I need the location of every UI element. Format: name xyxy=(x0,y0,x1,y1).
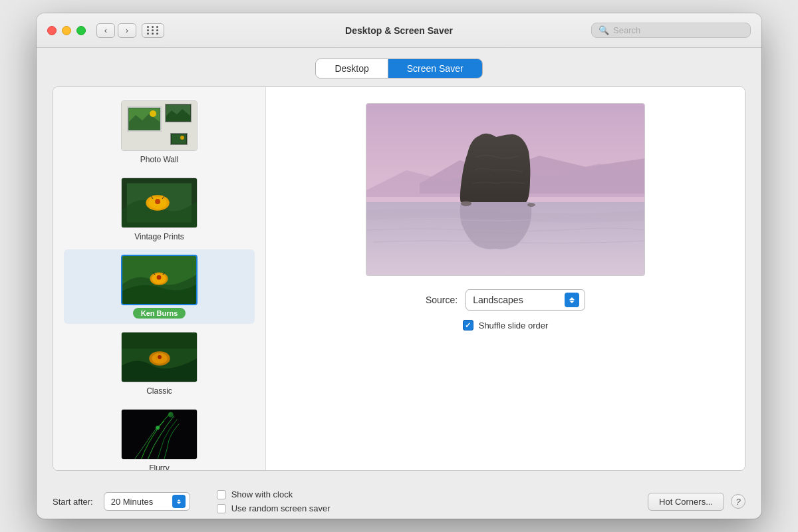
controls-area: Source: Landscapes ✓ xyxy=(282,289,729,331)
hot-corners-button[interactable]: Hot Corners... xyxy=(648,493,724,511)
screensaver-item-vintage-prints[interactable]: Vintage Prints xyxy=(64,172,255,247)
tab-group: Desktop Screen Saver xyxy=(315,59,482,78)
svg-point-22 xyxy=(158,355,162,359)
titlebar: ‹ › Desktop & Screen Saver 🔍 xyxy=(37,13,761,48)
random-saver-checkbox[interactable] xyxy=(217,504,226,513)
start-after-value: 20 Minutes xyxy=(111,497,168,507)
svg-point-25 xyxy=(168,412,174,418)
shuffle-row[interactable]: ✓ Shuffle slide order xyxy=(463,320,549,331)
traffic-lights xyxy=(47,26,86,35)
help-button[interactable]: ? xyxy=(731,494,745,509)
svg-point-29 xyxy=(527,203,535,207)
checkmark-icon: ✓ xyxy=(465,322,471,329)
photo-wall-name: Photo Wall xyxy=(140,155,179,164)
screensaver-item-ken-burns[interactable]: Ken Burns xyxy=(64,249,255,324)
ken-burns-badge: Ken Burns xyxy=(133,308,186,319)
source-row: Source: Landscapes xyxy=(426,289,585,311)
random-saver-label: Use random screen saver xyxy=(231,503,331,513)
bottom-checkboxes: Show with clock Use random screen saver xyxy=(217,489,331,513)
search-bar: 🔍 xyxy=(591,23,751,38)
classic-thumbnail xyxy=(121,332,198,382)
dropdown-arrows-icon xyxy=(172,495,186,508)
ken-burns-thumbnail xyxy=(121,255,198,305)
start-after-label: Start after: xyxy=(53,497,93,507)
minimize-button[interactable] xyxy=(62,26,71,35)
shuffle-checkbox[interactable]: ✓ xyxy=(463,320,473,331)
grid-dots-icon xyxy=(147,26,160,35)
search-icon: 🔍 xyxy=(598,25,609,35)
random-saver-row[interactable]: Use random screen saver xyxy=(217,503,331,513)
show-clock-row[interactable]: Show with clock xyxy=(217,489,331,499)
select-arrows-icon xyxy=(565,293,579,307)
right-panel: Source: Landscapes ✓ xyxy=(266,87,745,470)
svg-rect-19 xyxy=(122,332,197,349)
forward-button[interactable]: › xyxy=(118,23,136,38)
search-input[interactable] xyxy=(613,25,743,35)
svg-point-9 xyxy=(155,199,160,204)
preview-image xyxy=(366,103,645,276)
left-panel: Photo Wall xyxy=(53,87,266,470)
classic-name: Classic xyxy=(146,386,172,396)
svg-rect-3 xyxy=(172,134,186,144)
tab-screensaver[interactable]: Screen Saver xyxy=(388,59,482,78)
svg-point-15 xyxy=(157,275,162,280)
main-window: ‹ › Desktop & Screen Saver 🔍 Desktop Scr… xyxy=(37,13,761,519)
main-content: Photo Wall xyxy=(37,86,761,481)
close-button[interactable] xyxy=(47,26,57,35)
screensaver-item-photo-wall[interactable]: Photo Wall xyxy=(64,95,255,170)
back-button[interactable]: ‹ xyxy=(96,23,115,38)
svg-point-1 xyxy=(150,110,156,117)
vintage-prints-name: Vintage Prints xyxy=(134,232,184,241)
content-panel: Photo Wall xyxy=(53,86,745,471)
source-select-value: Landscapes xyxy=(473,295,559,305)
svg-point-28 xyxy=(461,201,471,206)
photo-wall-thumbnail xyxy=(121,100,198,151)
flurry-thumbnail xyxy=(121,409,198,460)
shuffle-label: Shuffle slide order xyxy=(479,321,549,331)
grid-view-button[interactable] xyxy=(142,23,164,38)
screensaver-item-classic[interactable]: Classic xyxy=(64,327,255,401)
window-title: Desktop & Screen Saver xyxy=(345,25,453,36)
flurry-name: Flurry xyxy=(149,464,170,470)
show-clock-checkbox[interactable] xyxy=(217,490,226,499)
bottom-bar: Start after: 20 Minutes Show with clock … xyxy=(37,481,761,519)
maximize-button[interactable] xyxy=(76,26,86,35)
svg-point-24 xyxy=(156,426,160,430)
svg-point-4 xyxy=(180,136,184,140)
svg-rect-23 xyxy=(122,410,197,459)
source-select[interactable]: Landscapes xyxy=(466,289,585,311)
right-actions: Hot Corners... ? xyxy=(648,493,745,511)
screensaver-list: Photo Wall xyxy=(53,87,265,470)
vintage-prints-thumbnail xyxy=(121,178,198,228)
nav-buttons: ‹ › xyxy=(96,23,136,38)
show-clock-label: Show with clock xyxy=(231,489,293,499)
start-after-dropdown[interactable]: 20 Minutes xyxy=(104,492,190,511)
tabs-container: Desktop Screen Saver xyxy=(37,48,761,86)
source-label: Source: xyxy=(426,295,458,305)
screensaver-item-flurry[interactable]: Flurry xyxy=(64,404,255,470)
tab-desktop[interactable]: Desktop xyxy=(316,59,388,78)
